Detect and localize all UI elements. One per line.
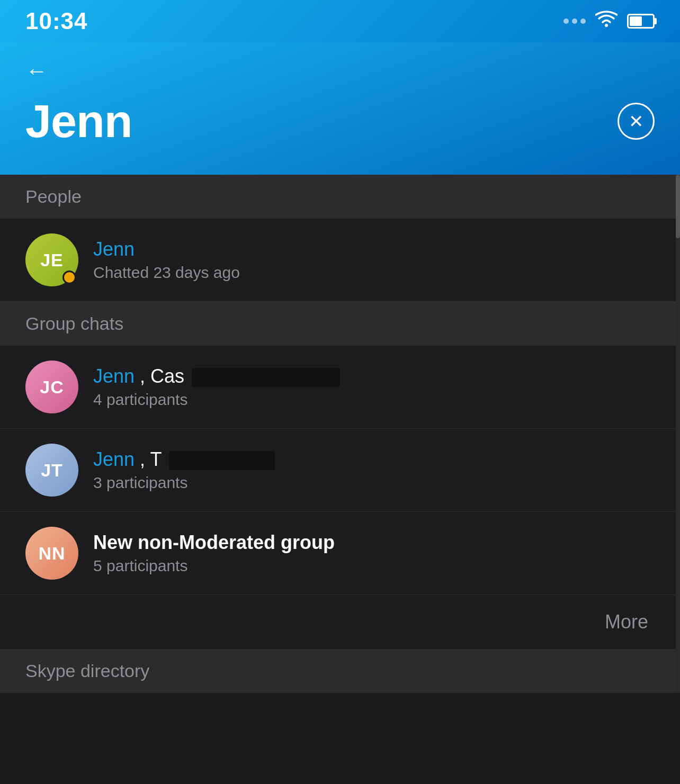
svg-point-0 <box>605 24 608 27</box>
status-bar: 10:34 <box>0 0 680 42</box>
avatar-jt: JT <box>25 444 78 497</box>
redacted-name-jt <box>169 451 275 470</box>
header-row: Jenn ✕ <box>25 94 655 148</box>
battery-icon <box>627 14 655 29</box>
header: ← Jenn ✕ <box>0 42 680 175</box>
name-rest-jc: , Cas <box>140 365 184 387</box>
redacted-name-jc <box>192 368 340 387</box>
battery-fill <box>630 16 642 26</box>
list-item-nn[interactable]: NN New non-Moderated group 5 participant… <box>0 512 680 595</box>
item-name-highlight: Jenn <box>93 238 135 260</box>
status-icons <box>563 10 655 32</box>
list-item-jenn-t[interactable]: JT Jenn , T 3 participants <box>0 429 680 512</box>
people-label: People <box>25 186 82 206</box>
skype-directory-label: Skype directory <box>25 661 149 681</box>
item-name-jenn-t: Jenn , T <box>93 448 655 471</box>
status-badge-je <box>62 271 76 284</box>
item-name-nn-text: New non-Moderated group <box>93 531 335 553</box>
close-button[interactable]: ✕ <box>618 103 655 140</box>
skype-directory-section: Skype directory <box>0 649 680 693</box>
more-row: More <box>0 595 680 649</box>
people-section-header: People <box>0 175 680 219</box>
page-title: Jenn <box>25 94 132 148</box>
item-name-jenn: Jenn <box>93 238 655 260</box>
close-icon: ✕ <box>629 111 643 132</box>
group-chats-section-header: Group chats <box>0 302 680 346</box>
item-subtitle-jenn: Chatted 23 days ago <box>93 264 655 282</box>
group-chats-section: Group chats JC Jenn , Cas 4 participants… <box>0 302 680 649</box>
item-text-jenn-t: Jenn , T 3 participants <box>93 448 655 492</box>
avatar-nn: NN <box>25 527 78 580</box>
avatar-jc: JC <box>25 361 78 413</box>
list-item-jenn-cas[interactable]: JC Jenn , Cas 4 participants <box>0 346 680 429</box>
scroll-track[interactable] <box>676 175 680 693</box>
item-subtitle-nn: 5 participants <box>93 557 655 575</box>
status-time: 10:34 <box>25 8 88 34</box>
avatar-je: JE <box>25 233 78 286</box>
name-highlight-jt: Jenn <box>93 448 135 470</box>
item-text-nn: New non-Moderated group 5 participants <box>93 531 655 575</box>
group-chats-label: Group chats <box>25 313 123 334</box>
avatar-initials-je: JE <box>40 250 64 271</box>
item-name-jenn-cas: Jenn , Cas <box>93 365 655 388</box>
avatar-initials-jt: JT <box>41 460 63 481</box>
signal-dot-3 <box>580 19 586 24</box>
name-rest-jt: , T <box>140 448 162 470</box>
item-text-jenn: Jenn Chatted 23 days ago <box>93 238 655 282</box>
wifi-icon <box>595 10 618 32</box>
back-button[interactable]: ← <box>25 58 48 84</box>
name-highlight-jc: Jenn <box>93 365 135 387</box>
item-subtitle-jt: 3 participants <box>93 474 655 492</box>
item-name-nn: New non-Moderated group <box>93 531 655 554</box>
signal-dot-1 <box>563 19 569 24</box>
scroll-thumb <box>676 175 680 238</box>
list-item-jenn[interactable]: JE Jenn Chatted 23 days ago <box>0 219 680 302</box>
content-area: People JE Jenn Chatted 23 days ago Group… <box>0 175 680 693</box>
item-subtitle-jc: 4 participants <box>93 391 655 409</box>
avatar-initials-nn: NN <box>38 543 65 564</box>
item-text-jenn-cas: Jenn , Cas 4 participants <box>93 365 655 409</box>
signal-dots <box>563 19 586 24</box>
more-button[interactable]: More <box>605 611 648 633</box>
avatar-initials-jc: JC <box>40 377 64 398</box>
signal-dot-2 <box>572 19 577 24</box>
